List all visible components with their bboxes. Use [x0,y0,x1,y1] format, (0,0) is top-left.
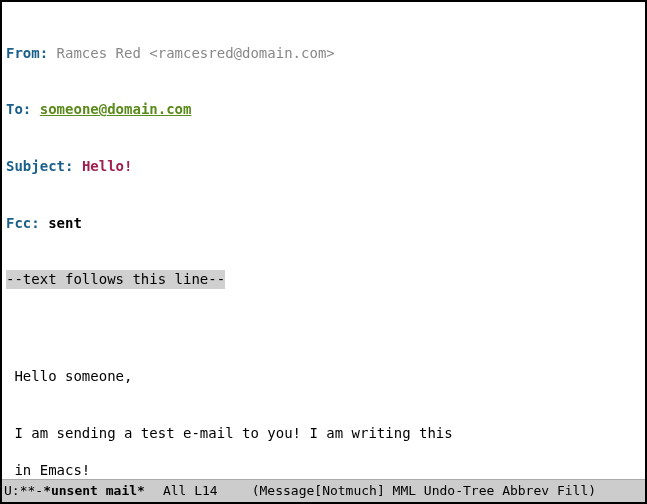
message-buffer[interactable]: From: Ramces Red <ramcesred@domain.com> … [2,2,645,479]
modeline-modes[interactable]: (Message[Notmuch] MML Undo-Tree Abbrev F… [252,482,596,500]
modeline-buffer-name[interactable]: *unsent mail* [43,482,145,500]
header-to-line[interactable]: To: someone@domain.com [6,100,641,119]
from-value[interactable]: Ramces Red <ramcesred@domain.com> [48,45,335,61]
modeline-status: U:**- [4,482,43,500]
subject-space [73,158,81,174]
fcc-label: Fcc: [6,215,40,231]
to-space [31,101,39,117]
to-label: To: [6,101,31,117]
emacs-frame: From: Ramces Red <ramcesred@domain.com> … [0,0,647,504]
body-line[interactable]: I am sending a test e-mail to you! I am … [6,424,641,443]
message-body[interactable]: Hello someone, I am sending a test e-mai… [6,327,641,479]
to-value[interactable]: someone@domain.com [40,101,192,117]
header-separator: --text follows this line-- [6,270,641,289]
separator-text: --text follows this line-- [6,270,225,289]
modeline-position: All L14 [163,482,218,500]
mode-line[interactable]: U:**- *unsent mail* All L14 (Message[Not… [2,479,645,502]
header-from-line[interactable]: From: Ramces Red <ramcesred@domain.com> [6,44,641,63]
from-label: From: [6,45,48,61]
subject-label: Subject: [6,158,73,174]
body-line[interactable]: in Emacs! [6,461,641,479]
subject-value[interactable]: Hello! [82,158,133,174]
body-line[interactable]: Hello someone, [6,367,641,386]
header-fcc-line[interactable]: Fcc: sent [6,214,641,233]
header-subject-line[interactable]: Subject: Hello! [6,157,641,176]
fcc-space [40,215,48,231]
fcc-value[interactable]: sent [48,215,82,231]
